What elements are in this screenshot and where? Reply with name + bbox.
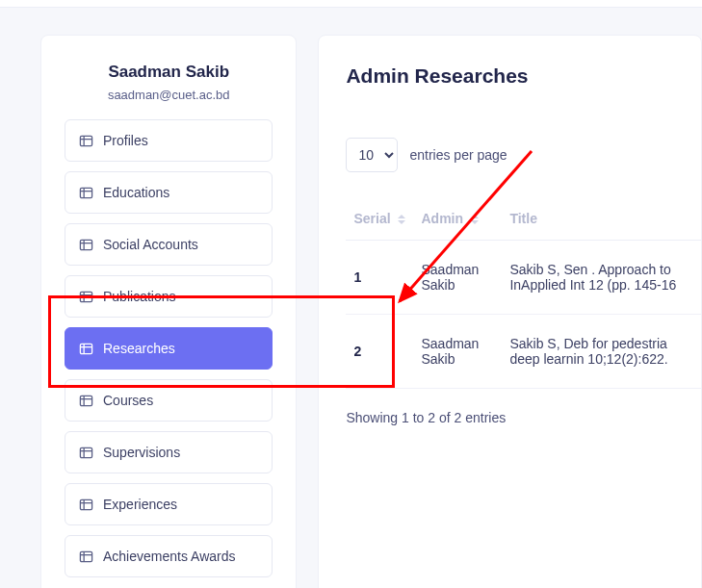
- col-serial[interactable]: Serial: [346, 201, 413, 241]
- layout-icon: [79, 290, 93, 304]
- sidebar-item-profiles[interactable]: Profiles: [65, 119, 273, 162]
- sidebar-item-researches[interactable]: Researches: [65, 327, 273, 370]
- col-serial-label: Serial: [353, 211, 390, 226]
- sort-icon: [471, 215, 479, 224]
- page-container: Saadman Sakib saadman@cuet.ac.bd Profile…: [0, 8, 702, 588]
- col-title-label: Title: [509, 211, 537, 226]
- sidebar-item-label: Social Accounts: [103, 237, 198, 252]
- svg-rect-9: [80, 292, 91, 301]
- page-title: Admin Researches: [346, 64, 701, 88]
- researches-table: Serial Admin Title 1Saadman SakibSakib S…: [346, 201, 701, 389]
- svg-rect-21: [80, 499, 91, 509]
- sidebar-item-label: Educations: [103, 185, 169, 200]
- svg-rect-15: [80, 396, 91, 405]
- cell-title: Sakib S, Deb for pedestria deep learnin …: [502, 315, 701, 389]
- cell-title: Sakib S, Sen . Approach to InApplied Int…: [502, 241, 701, 315]
- entries-row: 10 entries per page: [346, 138, 701, 172]
- layout-icon: [79, 498, 93, 512]
- sidebar-header: Saadman Sakib saadman@cuet.ac.bd: [65, 63, 273, 102]
- sort-icon: [398, 215, 405, 224]
- sidebar-item-label: Experiences: [103, 497, 177, 512]
- table-row: 2Saadman SakibSakib S, Deb for pedestria…: [346, 315, 701, 389]
- sidebar-item-label: Supervisions: [103, 445, 180, 460]
- layout-icon: [79, 446, 93, 460]
- col-title[interactable]: Title: [502, 201, 701, 241]
- sidebar-item-publications[interactable]: Publications: [65, 275, 273, 318]
- svg-rect-12: [80, 344, 91, 353]
- sidebar-item-label: Profiles: [103, 133, 148, 148]
- table-row: 1Saadman SakibSakib S, Sen . Approach to…: [346, 241, 701, 315]
- top-divider: [0, 0, 702, 8]
- sidebar-nav: ProfilesEducationsSocial AccountsPublica…: [65, 119, 273, 577]
- sidebar-item-social-accounts[interactable]: Social Accounts: [65, 223, 273, 266]
- layout-icon: [79, 238, 93, 252]
- sidebar-item-label: Researches: [103, 341, 175, 356]
- layout-icon: [79, 134, 93, 148]
- entries-per-page-label: entries per page: [409, 147, 507, 163]
- sidebar-item-label: Achievements Awards: [103, 549, 235, 564]
- cell-serial: 2: [346, 315, 413, 389]
- sidebar-item-label: Courses: [103, 393, 153, 408]
- layout-icon: [79, 550, 93, 564]
- layout-icon: [79, 342, 93, 356]
- svg-rect-24: [80, 551, 91, 561]
- col-admin-label: Admin: [421, 211, 463, 226]
- sidebar-item-educations[interactable]: Educations: [65, 171, 273, 214]
- layout-icon: [79, 186, 93, 200]
- sidebar-item-courses[interactable]: Courses: [65, 379, 273, 422]
- svg-rect-0: [80, 136, 91, 145]
- table-header-row: Serial Admin Title: [346, 201, 701, 241]
- sidebar-user-name: Saadman Sakib: [65, 63, 273, 82]
- sidebar-card: Saadman Sakib saadman@cuet.ac.bd Profile…: [40, 35, 297, 588]
- sidebar-item-label: Publications: [103, 289, 176, 304]
- sidebar-item-supervisions[interactable]: Supervisions: [65, 431, 273, 473]
- sidebar-item-achievements-awards[interactable]: Achievements Awards: [65, 535, 273, 577]
- layout-icon: [79, 394, 93, 408]
- sidebar-item-experiences[interactable]: Experiences: [65, 483, 273, 525]
- cell-admin: Saadman Sakib: [413, 241, 502, 315]
- table-footer-info: Showing 1 to 2 of 2 entries: [346, 410, 701, 425]
- svg-rect-18: [80, 447, 91, 457]
- cell-serial: 1: [346, 241, 413, 315]
- main-card: Admin Researches 10 entries per page Ser…: [318, 35, 702, 588]
- entries-per-page-select[interactable]: 10: [346, 138, 398, 172]
- svg-rect-6: [80, 240, 91, 249]
- table-body: 1Saadman SakibSakib S, Sen . Approach to…: [346, 241, 701, 389]
- col-admin[interactable]: Admin: [413, 201, 502, 241]
- sidebar-user-email: saadman@cuet.ac.bd: [65, 88, 273, 102]
- svg-rect-3: [80, 188, 91, 197]
- cell-admin: Saadman Sakib: [413, 315, 502, 389]
